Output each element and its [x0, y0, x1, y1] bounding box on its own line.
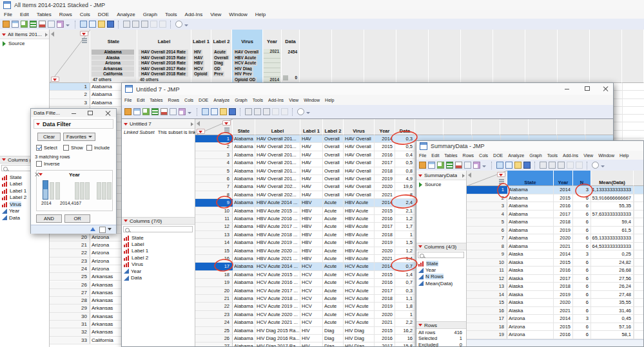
row-number[interactable]: 2: [50, 91, 90, 98]
copy-icon[interactable]: [254, 108, 261, 115]
row-number[interactable]: 15: [195, 247, 233, 254]
row-number[interactable]: 20: [195, 287, 233, 294]
save-icon[interactable]: [523, 162, 531, 169]
column-header-virus[interactable]: VirusHAV OverallHBV AcuteHCV AcuteHIV Di…: [232, 30, 263, 83]
menu-window[interactable]: Window: [225, 12, 251, 17]
menu-analyze[interactable]: Analyze: [505, 153, 527, 158]
red-triangle-icon[interactable]: [418, 324, 422, 326]
column-header-label-1[interactable]: Label 1HIVHAVHBVHCVOpioid: [191, 30, 211, 83]
column-item-label-1[interactable]: Label 1: [122, 248, 195, 254]
column-item-data[interactable]: Data: [122, 274, 195, 281]
close-button[interactable]: [102, 109, 112, 117]
row-number[interactable]: 32: [50, 328, 90, 335]
select-checkbox[interactable]: Select: [36, 145, 57, 151]
summarydata-source-row[interactable]: Source: [419, 182, 441, 187]
row-number[interactable]: 31: [50, 321, 90, 328]
row-number[interactable]: 8: [467, 243, 507, 250]
table-row[interactable]: 17Arizona201430,45: [467, 315, 644, 323]
collapse-left-icon[interactable]: [51, 32, 54, 37]
menu-rows[interactable]: Rows: [460, 153, 477, 158]
chart-launcher-icon[interactable]: [39, 21, 46, 28]
menu-add-ins[interactable]: Add-Ins: [266, 98, 286, 102]
year-range-cell[interactable]: [264, 73, 280, 77]
new-window-icon[interactable]: [80, 21, 87, 28]
column-header-label[interactable]: Label: [255, 119, 300, 135]
row-number[interactable]: 28: [50, 297, 90, 304]
lock-icon[interactable]: [576, 162, 583, 169]
search-icon[interactable]: [592, 162, 599, 169]
column-header-year[interactable]: Year20212014: [263, 30, 282, 83]
row-number[interactable]: 25: [195, 327, 233, 334]
row-number[interactable]: 21: [195, 295, 233, 302]
open-icon[interactable]: [220, 108, 227, 115]
row-number[interactable]: 16: [195, 255, 233, 262]
maximize-button[interactable]: [581, 84, 594, 93]
row-number[interactable]: 26: [195, 335, 233, 342]
year-range-cell[interactable]: [264, 68, 280, 73]
row-number[interactable]: 20: [50, 234, 90, 241]
paste-icon[interactable]: [141, 21, 148, 28]
row-number[interactable]: 23: [50, 258, 90, 265]
untitled7-table-panel-header[interactable]: Untitled 7: [122, 120, 195, 129]
row-number[interactable]: 9: [467, 250, 507, 258]
table-row[interactable]: 2Alabama2015653,916666666667: [467, 194, 644, 203]
sort-bars-icon[interactable]: [151, 108, 159, 115]
selector-icon[interactable]: [464, 162, 471, 169]
row-number[interactable]: 3: [50, 99, 90, 106]
table-row[interactable]: 1Alabama201431,1333333333333: [467, 186, 644, 194]
menu-view[interactable]: View: [581, 153, 596, 158]
menu-help[interactable]: Help: [322, 98, 337, 102]
chart-launcher-icon[interactable]: [161, 108, 168, 115]
column-item-state[interactable]: State: [416, 260, 466, 267]
menu-tools[interactable]: Tools: [161, 12, 181, 17]
close-button[interactable]: [600, 84, 612, 93]
filter-chip[interactable]: Arizona: [92, 61, 134, 66]
menu-edit[interactable]: Edit: [134, 98, 147, 102]
menu-cols[interactable]: Cols: [476, 153, 491, 158]
row-number[interactable]: 23: [195, 311, 233, 318]
open-icon[interactable]: [514, 162, 522, 169]
menu-tools[interactable]: Tools: [250, 98, 266, 102]
row-number[interactable]: 6: [467, 227, 507, 234]
disclosure-icon[interactable]: [462, 174, 465, 178]
menu-view[interactable]: View: [286, 98, 301, 102]
filter-chip[interactable]: HAV: [193, 55, 204, 61]
checkbox-icon[interactable]: [36, 161, 42, 167]
journal-icon[interactable]: [3, 21, 10, 28]
row-number[interactable]: 2: [467, 194, 507, 202]
menu-tables[interactable]: Tables: [442, 153, 460, 158]
filter-chip[interactable]: Overall: [213, 55, 229, 61]
row-number[interactable]: 4: [195, 159, 233, 166]
menu-add-ins[interactable]: Add-Ins: [560, 153, 581, 158]
filter-chip[interactable]: HAV Overall 2018 Rate: [139, 71, 188, 77]
menu-tools[interactable]: Tools: [545, 153, 560, 158]
menu-add-ins[interactable]: Add-Ins: [181, 12, 207, 17]
filter-chip[interactable]: HAV Overall 2014 Rate: [139, 50, 188, 55]
menu-tables[interactable]: Tables: [33, 12, 55, 17]
column-header-state[interactable]: State: [507, 171, 554, 186]
collapse-left-icon[interactable]: [197, 121, 200, 126]
row-number[interactable]: 22: [195, 303, 233, 310]
year-histogram[interactable]: [39, 179, 109, 200]
column-header-state[interactable]: StateAlabamaAlaskaArizonaArkansasCalifor…: [90, 30, 137, 83]
new-window-icon[interactable]: [202, 108, 209, 115]
cut-icon[interactable]: [540, 162, 547, 169]
script-editor-icon[interactable]: [179, 108, 186, 115]
red-triangle-menu-button[interactable]: [197, 129, 205, 134]
save-icon[interactable]: [229, 108, 236, 115]
column-header-state[interactable]: State: [233, 119, 255, 135]
filter-chip[interactable]: HIV Prev: [233, 71, 253, 77]
menu-edit[interactable]: Edit: [16, 12, 33, 17]
row-number[interactable]: 30: [50, 313, 90, 320]
column-header-year[interactable]: Year: [554, 171, 573, 186]
checkbox-icon[interactable]: [86, 145, 92, 151]
duplicate-window-icon[interactable]: [505, 162, 512, 169]
paste-icon[interactable]: [558, 162, 565, 169]
main-source-row[interactable]: Source: [3, 41, 24, 46]
red-triangle-menu-button[interactable]: [222, 120, 231, 126]
row-number[interactable]: 29: [50, 305, 90, 312]
table-row[interactable]: 13Alaska2018626,24: [467, 283, 644, 291]
row-number[interactable]: 11: [467, 267, 507, 274]
row-number[interactable]: 14: [195, 239, 233, 246]
search-icon[interactable]: [297, 108, 304, 115]
